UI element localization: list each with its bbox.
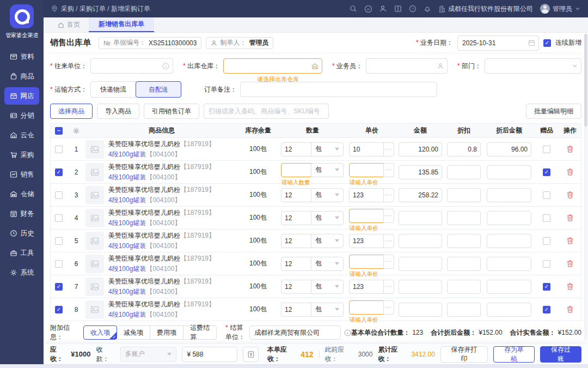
amount-input[interactable] <box>399 257 442 271</box>
discounted-amount-input[interactable] <box>487 280 531 294</box>
salesman-input[interactable] <box>366 58 448 74</box>
qty-input[interactable] <box>281 211 311 225</box>
option-fee-item[interactable]: 费用项 <box>150 325 183 340</box>
gift-checkbox[interactable] <box>543 306 550 313</box>
sidebar-item-store[interactable]: 网店 <box>4 87 39 105</box>
unit-select[interactable]: 包 <box>311 257 344 271</box>
sidebar-item-archive[interactable]: 资料 <box>4 48 39 65</box>
gift-checkbox[interactable] <box>543 191 550 199</box>
save-post-button[interactable]: 保存过账 <box>540 346 581 363</box>
partner-input[interactable] <box>90 58 173 74</box>
unit-select[interactable]: 包 <box>311 142 344 156</box>
qty-input[interactable] <box>281 142 311 156</box>
tab-new-sales-outbound[interactable]: 新增销售出库单 <box>89 17 154 32</box>
price-more-button[interactable]: ··· <box>383 300 394 315</box>
row-checkbox[interactable] <box>55 306 63 313</box>
amount-input[interactable] <box>399 211 442 225</box>
contacts-icon[interactable] <box>379 5 387 13</box>
price-input[interactable] <box>349 163 384 177</box>
transport-option-self-delivery[interactable]: 自配送 <box>136 81 181 98</box>
scan-input[interactable] <box>204 104 329 119</box>
discounted-amount-input[interactable] <box>487 303 531 317</box>
discount-input[interactable] <box>447 165 481 179</box>
amount-input[interactable] <box>399 303 442 317</box>
transport-option-express[interactable]: 快递物流 <box>90 81 136 98</box>
row-checkbox[interactable] <box>55 191 63 199</box>
warehouse-icon[interactable] <box>311 63 318 70</box>
scrollbar-thumb[interactable] <box>584 34 587 126</box>
price-input[interactable] <box>349 255 384 269</box>
amount-input[interactable] <box>399 165 442 179</box>
price-more-button[interactable]: ··· <box>383 280 394 294</box>
sidebar-item-tools[interactable]: 工具 <box>4 244 39 262</box>
discount-input[interactable] <box>447 234 481 248</box>
price-more-button[interactable]: ··· <box>383 163 394 177</box>
unit-select[interactable]: 包 <box>311 188 344 202</box>
qty-input[interactable] <box>281 163 311 177</box>
info-icon[interactable] <box>344 329 351 336</box>
discount-input[interactable] <box>447 303 481 317</box>
tab-home[interactable]: 首页 <box>49 17 89 32</box>
sidebar-item-purchase-cart[interactable]: 采购 <box>4 146 39 164</box>
warehouse-input[interactable] <box>223 58 322 74</box>
unit-select[interactable]: 包 <box>311 211 344 225</box>
product-spec-link[interactable]: 4段100g罐装 <box>108 265 146 273</box>
discount-input[interactable] <box>447 188 481 202</box>
ai-icon[interactable]: AI <box>364 5 372 13</box>
calendar-icon[interactable] <box>528 39 535 46</box>
delete-row-trash-icon[interactable] <box>559 184 581 206</box>
sidebar-item-goods[interactable]: 商品 <box>4 68 39 85</box>
price-more-button[interactable]: ··· <box>383 234 394 248</box>
discount-input[interactable] <box>447 280 481 294</box>
sidebar-item-history-clock[interactable]: 历史 <box>4 225 39 242</box>
settle-unit-input[interactable] <box>249 325 341 340</box>
app-logo-icon[interactable] <box>10 4 34 28</box>
discounted-amount-input[interactable] <box>487 165 531 179</box>
gift-checkbox[interactable] <box>543 260 550 268</box>
sidebar-item-finance[interactable]: 财务 <box>4 205 39 222</box>
unit-select[interactable]: 包 <box>311 163 344 177</box>
delete-row-trash-icon[interactable] <box>559 138 581 160</box>
scrollbar[interactable] <box>584 34 587 340</box>
row-checkbox[interactable] <box>55 146 63 153</box>
product-spec-link[interactable]: 4段100g罐装 <box>108 288 146 295</box>
save-draft-button[interactable]: 存为草稿 <box>493 346 535 363</box>
amount-input[interactable] <box>399 234 442 248</box>
product-spec-link[interactable]: 4段100g罐装 <box>108 219 146 227</box>
product-spec-link[interactable]: 4段100g罐装 <box>108 150 146 158</box>
discount-input[interactable] <box>447 142 481 156</box>
gift-checkbox[interactable] <box>543 214 550 222</box>
price-more-button[interactable]: ··· <box>383 142 394 156</box>
product-spec-link[interactable]: 4段100g罐装 <box>108 196 146 204</box>
discount-input[interactable] <box>447 257 481 271</box>
qty-input[interactable] <box>281 303 311 317</box>
price-more-button[interactable]: ··· <box>383 209 394 223</box>
search-icon[interactable] <box>350 5 357 13</box>
save-print-button[interactable]: 保存并打印 <box>440 346 488 363</box>
sidebar-item-warehouse[interactable]: 仓储 <box>4 185 39 203</box>
product-spec-link[interactable]: 4段100g罐装 <box>108 311 146 318</box>
discounted-amount-input[interactable] <box>487 211 531 225</box>
delete-row-trash-icon[interactable] <box>559 275 581 298</box>
column-settings-gear-icon[interactable] <box>67 124 85 137</box>
unit-select[interactable]: 包 <box>311 303 344 317</box>
price-input[interactable] <box>349 234 384 248</box>
import-product-button[interactable]: 导入商品 <box>97 104 139 119</box>
price-input[interactable] <box>349 209 384 223</box>
price-more-button[interactable]: ··· <box>383 255 394 269</box>
department-select[interactable] <box>485 58 581 74</box>
option-deduction-item[interactable]: 减免项 <box>117 325 150 340</box>
row-checkbox[interactable] <box>55 168 63 176</box>
discounted-amount-input[interactable] <box>487 257 531 271</box>
account-select[interactable]: 多账户 <box>120 347 177 362</box>
delete-row-trash-icon[interactable] <box>559 252 581 275</box>
unit-select[interactable]: 包 <box>311 280 344 294</box>
ref-sales-order-button[interactable]: 引用销售订单 <box>144 104 199 119</box>
product-spec-link[interactable]: 4段100g罐装 <box>108 173 146 181</box>
discounted-amount-input[interactable] <box>487 234 531 248</box>
qty-input[interactable] <box>281 257 311 271</box>
row-checkbox[interactable] <box>55 283 63 291</box>
gift-checkbox[interactable] <box>543 168 550 176</box>
gift-checkbox[interactable] <box>543 146 550 153</box>
help-icon[interactable]: ? <box>409 5 416 13</box>
